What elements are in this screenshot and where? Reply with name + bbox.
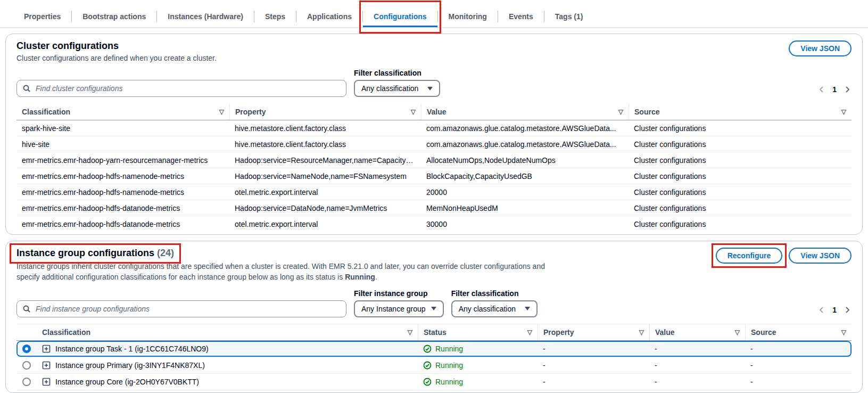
cell-source: Cluster configurations xyxy=(629,140,852,149)
sort-icon[interactable]: ▽ xyxy=(837,108,846,116)
sort-icon[interactable]: ▽ xyxy=(407,108,416,116)
expand-row-icon[interactable] xyxy=(42,378,51,386)
column-label: Source xyxy=(751,328,776,337)
page-number[interactable]: 1 xyxy=(832,85,837,94)
column-label: Classification xyxy=(22,108,70,116)
cell-property: - xyxy=(538,378,649,386)
cell-property: otel.metric.export.interval xyxy=(229,188,421,196)
cell-source: - xyxy=(745,378,852,386)
instance-group-row[interactable]: Instance group Primary (ig-3INY1F4NK87XL… xyxy=(16,357,852,374)
status-success-icon xyxy=(423,345,432,353)
tab-label: Steps xyxy=(265,12,285,21)
cluster-search-box[interactable] xyxy=(16,80,346,97)
chevron-down-icon xyxy=(525,307,530,310)
chevron-down-icon xyxy=(427,87,433,91)
cell-value: com.amazonaws.glue.catalog.metastore.AWS… xyxy=(421,140,629,149)
reconfigure-button[interactable]: Reconfigure xyxy=(716,248,783,264)
tab-instances-hardware[interactable]: Instances (Hardware) xyxy=(157,5,254,27)
cell-source: Cluster configurations xyxy=(629,204,852,212)
sort-icon[interactable]: ▽ xyxy=(215,108,224,116)
column-header-source[interactable]: Source ▽ xyxy=(629,103,852,120)
previous-page-icon[interactable] xyxy=(817,306,826,314)
filter-classification-label: Filter classification xyxy=(354,69,440,77)
sort-icon[interactable]: ▽ xyxy=(635,329,644,336)
tab-properties[interactable]: Properties xyxy=(13,5,71,27)
cluster-search-input[interactable] xyxy=(36,84,341,93)
tab-events[interactable]: Events xyxy=(498,5,544,27)
row-radio[interactable] xyxy=(22,378,31,386)
column-header-classification[interactable]: Classification ▽ xyxy=(37,324,418,340)
cell-classification: emr-metrics.emr-hadoop-yarn-resourcemana… xyxy=(16,156,229,165)
table-row[interactable]: hive-site hive.metastore.client.factory.… xyxy=(16,136,852,152)
cell-classification: Instance group Task - 1 (ig-1CC61C746LNO… xyxy=(55,345,209,353)
cell-value: - xyxy=(649,361,745,370)
row-radio[interactable] xyxy=(22,361,31,370)
cell-classification: spark-hive-site xyxy=(16,124,229,133)
sort-icon[interactable]: ▽ xyxy=(731,329,740,336)
sort-icon[interactable]: ▽ xyxy=(837,329,846,336)
row-radio-selected[interactable] xyxy=(22,345,31,353)
instance-group-header: Instance group configurations (24) Insta… xyxy=(16,248,549,283)
section-title: Instance group configurations (24) xyxy=(16,248,174,259)
tab-applications[interactable]: Applications xyxy=(296,5,362,27)
column-header-property[interactable]: Property ▽ xyxy=(229,103,421,120)
cell-source: - xyxy=(745,361,852,370)
expand-row-icon[interactable] xyxy=(42,361,51,370)
classification-filter-dropdown[interactable]: Any classification xyxy=(354,80,440,97)
tab-monitoring[interactable]: Monitoring xyxy=(438,5,498,27)
instance-group-search-box[interactable] xyxy=(16,300,346,317)
tab-configurations[interactable]: Configurations xyxy=(363,5,437,27)
column-label: Value xyxy=(427,108,447,116)
section-title: Cluster configurations xyxy=(16,40,217,52)
cell-classification: emr-metrics.emr-hadoop-hdfs-datanode-met… xyxy=(16,220,229,228)
instance-group-configurations-card: Instance group configurations (24) Insta… xyxy=(5,241,863,393)
cell-classification: hive-site xyxy=(16,140,229,149)
column-header-source[interactable]: Source ▽ xyxy=(745,324,852,340)
table-row[interactable]: emr-metrics.emr-hadoop-hdfs-namenode-met… xyxy=(16,184,852,200)
cell-source: Cluster configurations xyxy=(629,172,852,181)
sort-icon[interactable]: ▽ xyxy=(614,108,623,116)
search-icon xyxy=(22,305,31,313)
table-row[interactable]: emr-metrics.emr-hadoop-hdfs-datanode-met… xyxy=(16,200,852,216)
next-page-icon[interactable] xyxy=(843,306,852,314)
table-row[interactable]: spark-hive-site hive.metastore.client.fa… xyxy=(16,120,852,136)
column-header-property[interactable]: Property ▽ xyxy=(538,324,649,340)
view-json-button[interactable]: View JSON xyxy=(789,248,852,264)
instance-group-row[interactable]: Instance group Core (ig-2OH0Y67V0BKTT) R… xyxy=(16,374,852,390)
table-row[interactable]: emr-metrics.emr-hadoop-hdfs-datanode-met… xyxy=(16,216,852,232)
tab-label: Properties xyxy=(24,12,61,21)
tab-bootstrap-actions[interactable]: Bootstrap actions xyxy=(72,5,156,27)
page-number[interactable]: 1 xyxy=(832,306,837,314)
tab-tags[interactable]: Tags (1) xyxy=(544,5,594,27)
dropdown-selected-value: Any classification xyxy=(361,84,418,93)
table-row[interactable]: emr-metrics.emr-hadoop-yarn-resourcemana… xyxy=(16,152,852,168)
column-label: Source xyxy=(634,108,659,116)
previous-page-icon[interactable] xyxy=(817,85,826,94)
cell-classification: Instance group Primary (ig-3INY1F4NK87XL… xyxy=(55,361,205,370)
cell-property: Hadoop:service=ResourceManager,name=Capa… xyxy=(229,156,421,165)
column-label: Property xyxy=(235,108,266,116)
column-header-status[interactable]: Status ▽ xyxy=(418,324,538,340)
classification-filter-dropdown[interactable]: Any classification xyxy=(451,300,538,317)
instance-group-filter-dropdown[interactable]: Any Instance group xyxy=(354,300,444,317)
cell-classification: emr-metrics.emr-hadoop-hdfs-datanode-met… xyxy=(16,204,229,212)
column-header-value[interactable]: Value ▽ xyxy=(649,324,745,340)
dropdown-selected-value: Any Instance group xyxy=(361,305,426,313)
expand-row-icon[interactable] xyxy=(42,345,51,353)
cluster-configurations-header: Cluster configurations Cluster configura… xyxy=(16,40,217,62)
cell-source: Cluster configurations xyxy=(629,188,852,196)
view-json-button[interactable]: View JSON xyxy=(789,40,852,56)
instance-group-row[interactable]: Instance group Task - 1 (ig-1CC61C746LNO… xyxy=(16,341,852,357)
column-label: Property xyxy=(543,328,574,337)
cell-classification: emr-metrics.emr-hadoop-hdfs-namenode-met… xyxy=(16,188,229,196)
column-header-classification[interactable]: Classification ▽ xyxy=(16,103,229,120)
sort-icon[interactable]: ▽ xyxy=(403,329,412,336)
column-header-value[interactable]: Value ▽ xyxy=(421,103,629,120)
cell-classification: Instance group Core (ig-2OH0Y67V0BKTT) xyxy=(55,378,199,386)
table-row[interactable]: emr-metrics.emr-hadoop-hdfs-namenode-met… xyxy=(16,168,852,184)
cell-value: AllocateNumOps,NodeUpdateNumOps xyxy=(421,156,629,165)
next-page-icon[interactable] xyxy=(843,85,852,94)
tab-steps[interactable]: Steps xyxy=(254,5,296,27)
sort-icon[interactable]: ▽ xyxy=(523,329,532,336)
instance-group-search-input[interactable] xyxy=(36,305,341,313)
